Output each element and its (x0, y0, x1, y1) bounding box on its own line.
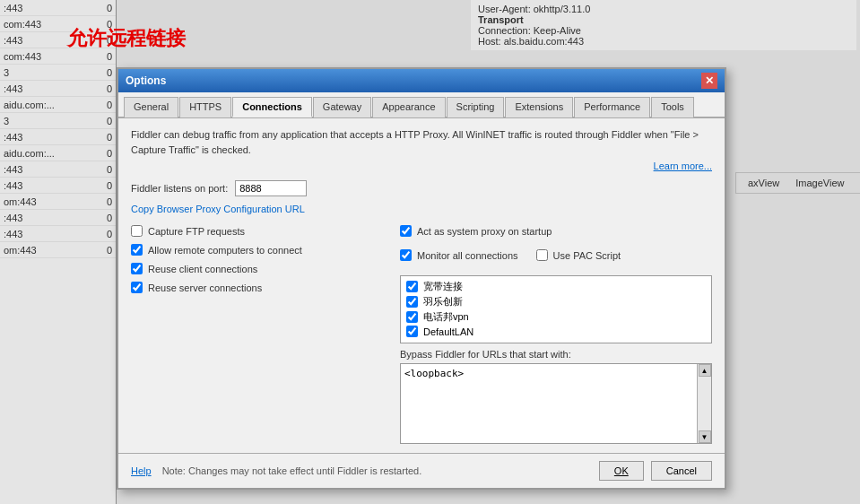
tab-strip: General HTTPS Connections Gateway Appear… (118, 92, 725, 118)
conn-item-kuandai: 宽带连接 (406, 280, 706, 293)
system-proxy-checkbox[interactable] (400, 225, 412, 237)
content-columns: Capture FTP requests Allow remote comput… (131, 225, 712, 444)
capture-ftp-label: Capture FTP requests (148, 226, 245, 237)
reuse-server-checkbox[interactable] (131, 282, 143, 293)
connections-list: 宽带连接 羽乐创新 电话邦vpn DefaultLAN (400, 275, 712, 343)
port-label: Fiddler listens on port: (131, 183, 228, 194)
bypass-textarea[interactable]: <loopback> (401, 364, 711, 443)
conn-item-defaultlan: DefaultLAN (406, 326, 706, 337)
defaultlan-checkbox[interactable] (406, 326, 418, 337)
right-column: Act as system proxy on startup Monitor a… (400, 225, 712, 444)
use-pac-label: Use PAC Script (553, 250, 621, 261)
monitor-all-row: Monitor all connections (400, 249, 518, 261)
tab-performance[interactable]: Performance (574, 97, 650, 117)
dialog-bottom: Help Note: Changes may not take effect u… (118, 453, 725, 488)
bypass-scrollbar[interactable]: ▲ ▼ (697, 364, 711, 443)
reuse-client-row: Reuse client connections (131, 263, 382, 274)
reuse-server-row: Reuse server connections (131, 282, 382, 293)
bypass-label: Bypass Fiddler for URLs that start with: (400, 349, 712, 360)
cancel-button[interactable]: Cancel (651, 461, 712, 481)
monitor-all-checkbox[interactable] (400, 249, 412, 261)
note-text: Note: Changes may not take effect until … (162, 465, 592, 476)
tab-appearance[interactable]: Appearance (372, 97, 445, 117)
reuse-client-checkbox[interactable] (131, 263, 143, 274)
defaultlan-label: DefaultLAN (423, 326, 473, 337)
tab-scripting[interactable]: Scripting (447, 97, 505, 117)
tab-connections[interactable]: Connections (232, 97, 312, 117)
tab-tools[interactable]: Tools (651, 97, 694, 117)
copy-browser-proxy-link[interactable]: Copy Browser Proxy Configuration URL (131, 204, 305, 214)
system-proxy-row: Act as system proxy on startup (400, 225, 712, 237)
yule-checkbox[interactable] (406, 296, 418, 308)
conn-item-yule: 羽乐创新 (406, 295, 706, 308)
tab-general[interactable]: General (124, 97, 178, 117)
vpn-label: 电话邦vpn (423, 310, 469, 324)
dialog-titlebar: Options ✕ (118, 69, 725, 92)
close-button[interactable]: ✕ (701, 73, 717, 89)
dialog-title: Options (126, 74, 166, 87)
learn-more-link[interactable]: Learn more... (131, 161, 712, 171)
reuse-client-label: Reuse client connections (148, 264, 257, 274)
ok-button[interactable]: OK (599, 461, 644, 481)
capture-ftp-row: Capture FTP requests (131, 225, 382, 237)
port-row: Fiddler listens on port: (131, 180, 712, 196)
port-input[interactable] (235, 180, 307, 196)
allow-remote-row: Allow remote computers to connect (131, 244, 382, 256)
monitor-all-label: Monitor all connections (417, 250, 518, 261)
scroll-up-arrow[interactable]: ▲ (699, 364, 711, 377)
capture-ftp-checkbox[interactable] (131, 225, 143, 237)
allow-remote-label: Allow remote computers to connect (148, 245, 302, 256)
scroll-down-arrow[interactable]: ▼ (699, 430, 711, 443)
info-text: Fiddler can debug traffic from any appli… (131, 127, 712, 157)
left-column: Capture FTP requests Allow remote comput… (131, 225, 382, 444)
allow-remote-checkbox[interactable] (131, 244, 143, 256)
conn-item-vpn: 电话邦vpn (406, 310, 706, 324)
reuse-server-label: Reuse server connections (148, 282, 262, 293)
yule-label: 羽乐创新 (423, 295, 463, 308)
vpn-checkbox[interactable] (406, 311, 418, 323)
dialog-content: Fiddler can debug traffic from any appli… (118, 118, 725, 453)
system-proxy-label: Act as system proxy on startup (417, 226, 552, 237)
tab-https[interactable]: HTTPS (179, 97, 231, 117)
help-link[interactable]: Help (131, 465, 152, 476)
tab-extensions[interactable]: Extensions (505, 97, 573, 117)
use-pac-checkbox[interactable] (536, 249, 548, 261)
bypass-textarea-container: <loopback> ▲ ▼ (400, 363, 712, 444)
kuandai-label: 宽带连接 (423, 280, 463, 293)
kuandai-checkbox[interactable] (406, 281, 418, 292)
options-dialog: Options ✕ General HTTPS Connections Gate… (117, 67, 726, 490)
tab-gateway[interactable]: Gateway (313, 97, 371, 117)
use-pac-row: Use PAC Script (536, 249, 621, 261)
